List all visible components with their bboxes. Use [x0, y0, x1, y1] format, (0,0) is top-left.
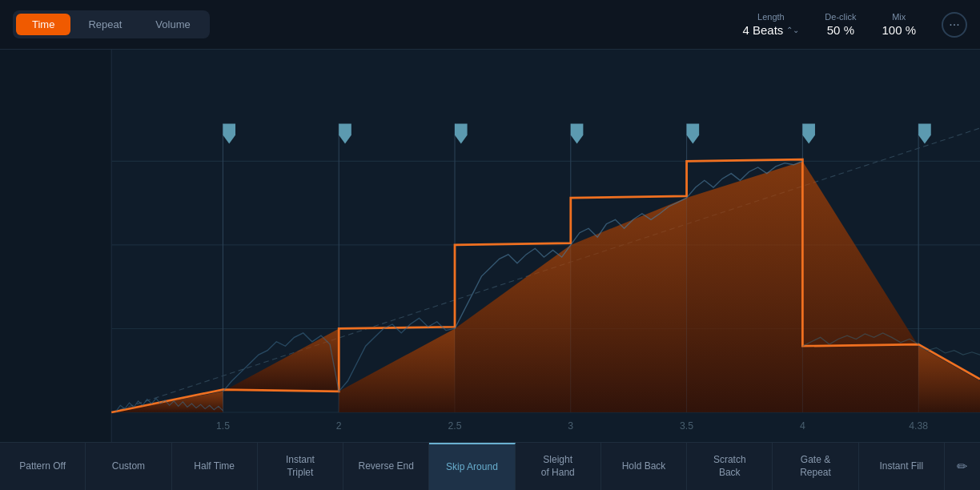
preset-hold-back[interactable]: Hold Back: [601, 443, 687, 490]
preset-instant-triplet[interactable]: InstantTriplet: [258, 443, 343, 490]
preset-sleight-of-hand[interactable]: Sleightof Hand: [516, 443, 601, 490]
preset-half-time[interactable]: Half Time: [172, 443, 258, 490]
top-controls: Length 4 Beats ⌃⌄ De-click 50 % Mix 100 …: [742, 12, 967, 38]
declick-control: De-click 50 %: [825, 12, 856, 37]
svg-text:2.5: 2.5: [448, 420, 461, 432]
mix-control: Mix 100 %: [882, 12, 916, 37]
preset-scratch-back[interactable]: ScratchBack: [687, 443, 773, 490]
tab-repeat[interactable]: Repeat: [72, 14, 138, 35]
length-label: Length: [757, 12, 785, 22]
tab-group: Time Repeat Volume: [13, 10, 210, 38]
tab-volume[interactable]: Volume: [139, 14, 206, 35]
length-value[interactable]: 4 Beats ⌃⌄: [742, 23, 799, 37]
length-control: Length 4 Beats ⌃⌄: [742, 12, 799, 37]
svg-rect-3: [0, 50, 111, 442]
preset-skip-around[interactable]: Skip Around: [429, 443, 515, 490]
preset-gate-repeat[interactable]: Gate &Repeat: [773, 443, 858, 490]
preset-reverse-end[interactable]: Reverse End: [343, 443, 429, 490]
svg-text:4: 4: [800, 420, 805, 432]
svg-marker-36: [687, 161, 803, 412]
pencil-button[interactable]: ✏: [945, 443, 980, 490]
tab-time[interactable]: Time: [16, 14, 70, 35]
preset-bar: Pattern Off Custom Half Time InstantTrip…: [0, 442, 980, 490]
preset-pattern-off[interactable]: Pattern Off: [0, 443, 86, 490]
svg-text:4.38: 4.38: [909, 420, 928, 432]
mix-label: Mix: [892, 12, 906, 22]
svg-text:3: 3: [568, 420, 573, 432]
svg-text:3.5: 3.5: [680, 420, 693, 432]
mix-value[interactable]: 100 %: [882, 23, 916, 37]
top-bar: Time Repeat Volume Length 4 Beats ⌃⌄ De-…: [0, 0, 980, 50]
preset-custom[interactable]: Custom: [86, 443, 171, 490]
more-button[interactable]: ···: [942, 12, 967, 38]
chevron-icon: ⌃⌄: [786, 26, 799, 34]
preset-instant-fill[interactable]: Instant Fill: [859, 443, 945, 490]
main-visualization: Beat 4 3 2 1: [0, 50, 980, 442]
main-svg: 1.5 2 2.5 3 3.5 4 4.38: [0, 50, 980, 442]
svg-text:1.5: 1.5: [216, 420, 230, 432]
svg-text:2: 2: [336, 420, 342, 432]
declick-value[interactable]: 50 %: [827, 23, 854, 37]
declick-label: De-click: [825, 12, 856, 22]
